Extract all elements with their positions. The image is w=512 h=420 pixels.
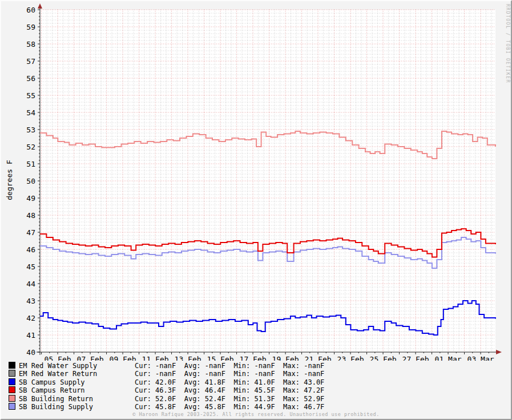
x-tick-label: 27 Feb <box>402 355 429 361</box>
rrdtool-watermark: RRDTOOL / TOBI OETIKER <box>505 4 510 83</box>
legend-series-label: SB Campus Return <box>19 386 135 394</box>
legend-stats: Cur: 46.3F Avg: 46.4F Min: 45.5F Max: 47… <box>135 386 324 394</box>
x-tick-label: 03 Mar <box>467 355 494 361</box>
legend-series-label: EM Red Water Return <box>19 370 135 378</box>
y-axis-title: degrees F <box>5 159 14 202</box>
legend-series-label: SB Building Supply <box>19 403 135 411</box>
y-tick-label: 54 <box>26 108 35 117</box>
y-tick-label: 58 <box>26 40 35 49</box>
legend-row: SB Campus ReturnCur: 46.3F Avg: 46.4F Mi… <box>9 386 324 394</box>
y-tick-label: 47 <box>26 228 35 237</box>
legend-row: SB Building ReturnCur: 52.0F Avg: 52.4F … <box>9 395 324 403</box>
legend-series-label: EM Red Water Supply <box>19 362 135 370</box>
legend-swatch <box>9 386 15 393</box>
y-tick-label: 40 <box>26 348 35 357</box>
x-tick-label: 11 Feb <box>142 355 169 361</box>
y-tick-label: 56 <box>26 74 35 83</box>
legend-row: SB Building SupplyCur: 45.8F Avg: 45.8F … <box>9 403 324 411</box>
x-tick-label: 07 Feb <box>77 355 104 361</box>
legend-stats: Cur: 52.0F Avg: 52.4F Min: 51.3F Max: 52… <box>135 395 324 403</box>
copyright-footer: © Haroon Rafique 2003-2025. All rights r… <box>1 411 511 417</box>
legend-stats: Cur: -nanF Avg: -nanF Min: -nanF Max: -n… <box>135 370 324 378</box>
y-tick-label: 52 <box>26 143 35 151</box>
x-tick-label: 25 Feb <box>370 355 397 361</box>
y-tick-label: 59 <box>26 23 35 31</box>
chart-plot-area: 4041424344454647484950515253545556575859… <box>1 1 511 361</box>
y-tick-label: 50 <box>26 177 35 185</box>
legend-row: EM Red Water SupplyCur: -nanF Avg: -nanF… <box>9 362 324 370</box>
legend-row: SB Campus SupplyCur: 42.0F Avg: 41.8F Mi… <box>9 378 324 386</box>
y-tick-label: 46 <box>26 245 35 254</box>
rrdtool-graph: 4041424344454647484950515253545556575859… <box>0 0 512 420</box>
y-tick-label: 53 <box>26 126 35 134</box>
legend-swatch <box>9 403 15 410</box>
x-tick-label: 09 Feb <box>110 355 136 361</box>
y-tick-label: 44 <box>26 280 35 288</box>
y-tick-label: 49 <box>26 194 35 203</box>
legend-swatch <box>9 395 15 402</box>
y-tick-label: 60 <box>26 6 35 14</box>
legend-swatch <box>9 362 15 369</box>
legend-stats: Cur: 45.8F Avg: 45.8F Min: 44.9F Max: 46… <box>135 403 324 411</box>
y-tick-label: 51 <box>26 160 35 168</box>
y-tick-label: 42 <box>26 314 35 322</box>
y-tick-label: 48 <box>26 211 35 220</box>
x-tick-label: 05 Feb <box>45 355 71 361</box>
y-axis-arrow <box>38 3 42 9</box>
legend: EM Red Water SupplyCur: -nanF Avg: -nanF… <box>9 362 324 411</box>
y-tick-label: 55 <box>26 91 35 100</box>
x-tick-label: 21 Feb <box>305 355 332 361</box>
y-tick-label: 41 <box>26 331 35 340</box>
legend-series-label: SB Campus Supply <box>19 378 135 386</box>
legend-swatch <box>9 378 15 385</box>
legend-swatch <box>9 370 15 377</box>
x-tick-label: 23 Feb <box>337 355 364 361</box>
x-tick-label: 01 Mar <box>435 355 462 361</box>
x-axis-arrow <box>496 350 502 354</box>
x-tick-label: 15 Feb <box>207 355 234 361</box>
legend-row: EM Red Water ReturnCur: -nanF Avg: -nanF… <box>9 370 324 378</box>
x-tick-label: 17 Feb <box>240 355 267 361</box>
x-tick-label: 13 Feb <box>175 355 201 361</box>
y-tick-label: 45 <box>26 262 35 271</box>
y-tick-label: 57 <box>26 57 35 66</box>
y-tick-label: 43 <box>26 297 35 305</box>
legend-stats: Cur: -nanF Avg: -nanF Min: -nanF Max: -n… <box>135 362 324 370</box>
legend-stats: Cur: 42.0F Avg: 41.8F Min: 41.0F Max: 43… <box>135 378 324 386</box>
legend-series-label: SB Building Return <box>19 395 135 403</box>
x-tick-label: 19 Feb <box>272 355 299 361</box>
